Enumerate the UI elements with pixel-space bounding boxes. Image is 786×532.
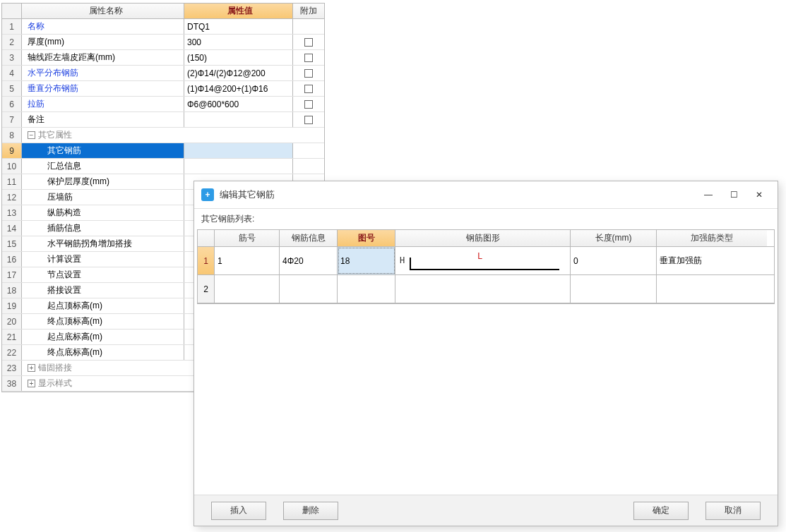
property-name-cell[interactable]: 其它钢筋 xyxy=(22,143,184,158)
property-name-cell[interactable]: 搭接设置 xyxy=(22,283,184,298)
rebar-header-d: 钢筋图形 xyxy=(395,230,571,246)
dialog-title: 编辑其它钢筋 xyxy=(220,188,694,201)
property-row[interactable]: 10汇总信息 xyxy=(2,159,324,174)
property-value-cell[interactable]: Φ6@600*600 xyxy=(184,97,293,111)
property-name-cell[interactable]: 厚度(mm) xyxy=(22,35,184,49)
property-name-cell[interactable]: 拉筋 xyxy=(22,97,184,111)
property-extra-cell xyxy=(293,159,324,174)
property-name-cell[interactable]: 汇总信息 xyxy=(22,159,184,174)
rebar-cell-e[interactable] xyxy=(571,275,657,303)
property-name-label: 汇总信息 xyxy=(28,160,81,172)
property-value-cell[interactable]: (2)Φ14/(2)Φ12@200 xyxy=(184,66,293,80)
minimize-button[interactable]: — xyxy=(697,186,720,203)
rebar-header-b: 钢筋信息 xyxy=(280,230,338,246)
row-number: 11 xyxy=(2,174,22,189)
expand-icon[interactable]: + xyxy=(28,364,35,372)
property-name-cell[interactable]: 纵筋构造 xyxy=(22,205,184,220)
row-number: 15 xyxy=(2,236,22,251)
header-rownum xyxy=(2,4,22,18)
property-name-label: 显示样式 xyxy=(38,377,72,389)
row-number: 14 xyxy=(2,221,22,236)
extra-checkbox[interactable] xyxy=(304,69,313,78)
property-value-cell[interactable] xyxy=(184,159,293,174)
property-name-label: 厚度(mm) xyxy=(28,36,64,48)
property-name-label: 垂直分布钢筋 xyxy=(28,83,78,95)
rebar-cell-f[interactable] xyxy=(657,275,767,303)
rebar-cell-b[interactable]: 4Φ20 xyxy=(280,247,338,274)
property-value-cell[interactable]: (1)Φ14@200+(1)Φ16 xyxy=(184,81,293,96)
property-name-cell[interactable]: 备注 xyxy=(22,112,184,127)
header-extra: 附加 xyxy=(293,4,324,18)
property-name-label: 轴线距左墙皮距离(mm) xyxy=(28,52,115,64)
row-number: 10 xyxy=(2,159,22,174)
rebar-cell-a[interactable]: 1 xyxy=(215,247,280,274)
property-name-cell[interactable]: 起点顶标高(m) xyxy=(22,298,184,313)
row-number: 9 xyxy=(2,143,22,158)
property-name-label: 水平钢筋拐角增加搭接 xyxy=(28,238,132,250)
remove-button[interactable]: 删除 xyxy=(283,502,338,520)
property-value-cell[interactable]: DTQ1 xyxy=(184,19,293,34)
rebar-table: 筋号 钢筋信息 图号 钢筋图形 长度(mm) 加强筋类型 114Φ2018HL0… xyxy=(197,229,775,304)
rebar-cell-b[interactable] xyxy=(280,275,338,303)
rebar-cell-c[interactable] xyxy=(338,275,395,303)
property-name-cell[interactable]: 水平钢筋拐角增加搭接 xyxy=(22,236,184,251)
cancel-button[interactable]: 取消 xyxy=(705,502,761,520)
property-name-cell[interactable]: 终点顶标高(m) xyxy=(22,314,184,329)
rebar-cell-c[interactable]: 18 xyxy=(338,247,395,274)
rebar-cell-d[interactable]: HL xyxy=(395,247,571,274)
property-name-cell[interactable]: 名称 xyxy=(22,19,184,34)
property-row[interactable]: 4水平分布钢筋(2)Φ14/(2)Φ12@200 xyxy=(2,66,324,81)
property-row[interactable]: 2厚度(mm)300 xyxy=(2,35,324,50)
rebar-cell-f[interactable]: 垂直加强筋 xyxy=(657,247,767,274)
extra-checkbox[interactable] xyxy=(304,100,313,109)
extra-checkbox[interactable] xyxy=(304,38,313,47)
row-number: 19 xyxy=(2,298,22,313)
property-name-cell[interactable]: 压墙筋 xyxy=(22,190,184,205)
maximize-button[interactable]: ☐ xyxy=(722,186,745,203)
expand-icon[interactable]: + xyxy=(28,380,35,387)
ok-button[interactable]: 确定 xyxy=(633,502,689,520)
property-name-cell[interactable]: 垂直分布钢筋 xyxy=(22,81,184,96)
property-row[interactable]: 6拉筋Φ6@600*600 xyxy=(2,97,324,112)
rebar-row[interactable]: 114Φ2018HL0垂直加强筋 xyxy=(198,247,774,275)
rebar-cell-num: 1 xyxy=(198,247,215,274)
property-name-label: 起点顶标高(m) xyxy=(28,300,102,312)
property-name-cell[interactable]: 节点设置 xyxy=(22,267,184,282)
rebar-cell-a[interactable] xyxy=(215,275,280,303)
row-number: 22 xyxy=(2,345,22,360)
extra-checkbox[interactable] xyxy=(304,54,313,62)
property-value-cell[interactable] xyxy=(184,143,293,158)
row-number: 8 xyxy=(2,128,22,143)
rebar-row[interactable]: 2 xyxy=(198,275,774,303)
property-row[interactable]: 3轴线距左墙皮距离(mm)(150) xyxy=(2,50,324,66)
property-value-cell[interactable]: (150) xyxy=(184,50,293,65)
property-name-cell[interactable]: 终点底标高(m) xyxy=(22,345,184,360)
property-name-cell[interactable]: 保护层厚度(mm) xyxy=(22,174,184,189)
property-name-cell[interactable]: 计算设置 xyxy=(22,252,184,267)
row-number: 17 xyxy=(2,267,22,282)
property-value-cell[interactable]: 300 xyxy=(184,35,293,49)
extra-checkbox[interactable] xyxy=(304,116,313,124)
rebar-cell-e[interactable]: 0 xyxy=(571,247,657,274)
property-name-cell[interactable]: 水平分布钢筋 xyxy=(22,66,184,80)
dialog-subtitle: 其它钢筋列表: xyxy=(194,209,778,229)
property-row[interactable]: 5垂直分布钢筋(1)Φ14@200+(1)Φ16 xyxy=(2,81,324,97)
rebar-cell-d[interactable] xyxy=(395,275,571,303)
property-name-label: 终点底标高(m) xyxy=(28,346,102,358)
extra-checkbox[interactable] xyxy=(304,85,313,93)
property-extra-cell xyxy=(293,50,324,65)
property-row[interactable]: 7备注 xyxy=(2,112,324,128)
property-row[interactable]: 9其它钢筋 xyxy=(2,143,324,159)
insert-button[interactable]: 插入 xyxy=(211,502,266,520)
collapse-icon[interactable]: − xyxy=(28,131,35,139)
property-name-cell[interactable]: 轴线距左墙皮距离(mm) xyxy=(22,50,184,65)
property-name-cell[interactable]: 插筋信息 xyxy=(22,221,184,236)
property-row[interactable]: 8−其它属性 xyxy=(2,128,324,143)
property-row[interactable]: 1名称DTQ1 xyxy=(2,19,324,35)
property-name-label: 搭接设置 xyxy=(28,284,81,296)
property-value-cell[interactable] xyxy=(184,112,293,127)
close-button[interactable]: ✕ xyxy=(748,186,770,203)
row-number: 13 xyxy=(2,205,22,220)
property-name-cell[interactable]: −其它属性 xyxy=(22,128,324,143)
property-name-cell[interactable]: 起点底标高(m) xyxy=(22,330,184,344)
